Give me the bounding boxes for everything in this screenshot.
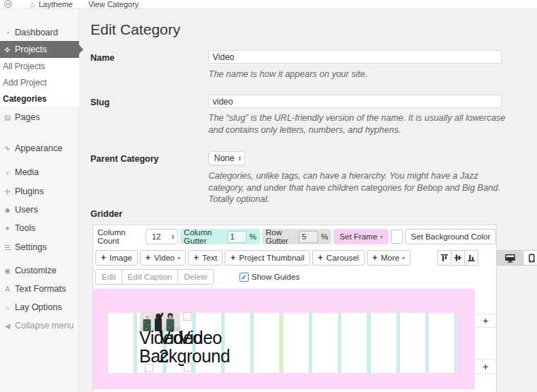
desktop-preview-button[interactable] — [497, 250, 524, 266]
resize-handle[interactable] — [184, 363, 192, 372]
submenu-item-all-projects[interactable]: All Projects — [0, 58, 79, 74]
settings-icon: ☰ — [3, 244, 12, 251]
add-row-column: + + — [475, 289, 496, 389]
sidebar-item-label: Settings — [15, 242, 47, 252]
edit-caption-button[interactable]: Edit Caption — [122, 269, 179, 285]
plugins-icon: ✢ — [3, 188, 12, 196]
checkbox-checked-icon[interactable]: ✓ — [240, 273, 249, 282]
show-guides-toggle[interactable]: ✓ Show Guides — [240, 273, 300, 282]
align-top-icon — [440, 254, 449, 262]
resize-handle[interactable] — [145, 364, 153, 372]
sidebar-item-media[interactable]: ♪ Media — [0, 164, 79, 181]
sidebar-item-pages[interactable]: ▤ Pages — [0, 109, 79, 126]
add-more-button[interactable]: + More ▾ — [367, 250, 411, 266]
sidebar-item-users[interactable]: ☻ Users — [0, 201, 79, 218]
sidebar-item-plugins[interactable]: ✢ Plugins — [0, 183, 79, 200]
plus-icon: + — [146, 253, 151, 263]
column-count-value: 12 — [152, 232, 161, 241]
device-preview-group: ••• — [497, 250, 537, 266]
pages-icon: ▤ — [3, 114, 12, 121]
home-icon[interactable]: ⌂ — [30, 0, 35, 8]
gridder-edit-toolbar: Edit Edit Caption Delete ✓ Show Guides — [95, 269, 300, 285]
column-gutter-input[interactable] — [228, 231, 247, 243]
add-video-button[interactable]: + Video ▾ — [140, 250, 186, 266]
grid-row[interactable]: Video Background Video 2 Video — [108, 313, 456, 373]
delete-button[interactable]: Delete — [177, 269, 213, 285]
row-gutter-input[interactable] — [299, 231, 318, 243]
sidebar-item-lay-options[interactable]: ☼ Lay Options — [0, 299, 79, 316]
sidebar-item-projects[interactable]: ✜ Projects — [0, 41, 79, 58]
add-text-button[interactable]: + Text — [188, 250, 223, 266]
column-gutter-unit: % — [249, 232, 256, 241]
parent-category-description: Categories, unlike tags, can have a hier… — [208, 170, 514, 206]
wordpress-admin-screen: W ⌂ Laytheme View Category ◔ Dashboard ✜… — [0, 0, 537, 392]
mobile-phone-icon — [529, 254, 535, 263]
divider — [475, 374, 496, 374]
plus-icon: + — [230, 253, 235, 263]
current-menu-arrow — [79, 45, 83, 54]
text-formats-icon: A — [3, 285, 12, 293]
show-guides-label: Show Guides — [252, 273, 300, 281]
gridder-settings-toolbar: Column Count 12 ▲▼ Column Gutter % Row G… — [95, 228, 496, 245]
wordpress-logo-icon[interactable]: W — [4, 0, 12, 8]
sidebar-item-label: Users — [15, 205, 38, 215]
stepper-down-icon: ▼ — [238, 158, 242, 162]
gridder-canvas[interactable]: Video Background Video 2 Video — [93, 289, 475, 389]
align-bottom-button[interactable] — [464, 250, 478, 266]
sidebar-item-customize[interactable]: ◉ Customize — [0, 262, 79, 279]
set-background-color-button[interactable]: Set Background Color — [405, 229, 496, 244]
background-color-swatch[interactable] — [391, 230, 403, 244]
resize-handle[interactable] — [183, 312, 191, 321]
add-carousel-button[interactable]: + Carousel — [312, 250, 365, 266]
sidebar-item-collapse-menu[interactable]: ◀ Collapse menu — [0, 317, 79, 334]
stepper-icon[interactable]: ▲▼ — [171, 234, 175, 240]
projects-submenu: All Projects Add Project Categories — [0, 58, 79, 107]
submenu-item-categories[interactable]: Categories — [0, 90, 79, 107]
sidebar-item-appearance[interactable]: ✎ Appearance — [0, 140, 79, 157]
chevron-down-icon: ▾ — [177, 255, 180, 261]
sidebar-item-label: Tools — [15, 223, 35, 233]
sidebar-item-label: Plugins — [15, 186, 44, 196]
sidebar-item-dashboard[interactable]: ◔ Dashboard — [0, 24, 79, 41]
set-frame-button[interactable]: Set Frame ▾ — [334, 229, 389, 244]
add-image-button[interactable]: + Image — [95, 250, 138, 266]
name-input[interactable] — [208, 50, 502, 64]
plus-icon: + — [194, 253, 199, 263]
plus-icon: + — [372, 253, 377, 263]
add-row-button[interactable]: + — [475, 360, 496, 373]
add-image-label: Image — [110, 254, 132, 262]
site-name-link[interactable]: Laytheme — [39, 0, 73, 8]
view-category-link[interactable]: View Category — [88, 0, 138, 8]
tools-icon: ✦ — [3, 225, 12, 232]
grid-item-text[interactable]: Video — [179, 328, 228, 347]
add-row-button[interactable]: + — [475, 314, 496, 327]
submenu-item-add-project[interactable]: Add Project — [0, 74, 79, 90]
align-middle-button[interactable] — [451, 250, 465, 266]
sidebar-item-text-formats[interactable]: A Text Formats — [0, 280, 79, 297]
gridder-insert-toolbar: + Image + Video ▾ + Text + Project Thumb… — [95, 249, 537, 266]
sidebar-item-settings[interactable]: ☰ Settings — [0, 239, 79, 256]
sidebar-item-tools[interactable]: ✦ Tools — [0, 220, 79, 237]
align-top-button[interactable] — [437, 250, 452, 266]
add-project-thumbnail-button[interactable]: + Project Thumbnail — [225, 250, 310, 266]
slug-field-description: The “slug” is the URL-friendly version o… — [208, 112, 514, 136]
mobile-preview-button[interactable] — [523, 250, 537, 266]
sidebar-item-label: Lay Options — [15, 302, 62, 312]
edit-button[interactable]: Edit — [95, 269, 122, 285]
admin-sidebar: ◔ Dashboard ✜ Projects All Projects Add … — [0, 8, 79, 392]
slug-field-label: Slug — [90, 97, 110, 107]
add-video-label: Video — [154, 254, 175, 262]
sidebar-item-label: Appearance — [15, 143, 62, 153]
column-count-input[interactable]: 12 ▲▼ — [146, 229, 178, 244]
row-gutter-label: Row Gutter — [266, 228, 296, 245]
collapse-arrow-icon: ◀ — [3, 322, 12, 330]
parent-category-value: None — [214, 153, 235, 163]
parent-category-select[interactable]: None ▲▼ — [208, 151, 245, 165]
add-carousel-label: Carousel — [326, 254, 359, 262]
column-gutter-group: Column Gutter % — [180, 229, 260, 244]
chevron-down-icon: ▾ — [380, 234, 383, 240]
slug-input[interactable] — [208, 95, 502, 108]
name-field-label: Name — [90, 53, 114, 63]
column-count-label: Column Count — [95, 228, 143, 245]
appearance-icon: ✎ — [3, 145, 12, 153]
